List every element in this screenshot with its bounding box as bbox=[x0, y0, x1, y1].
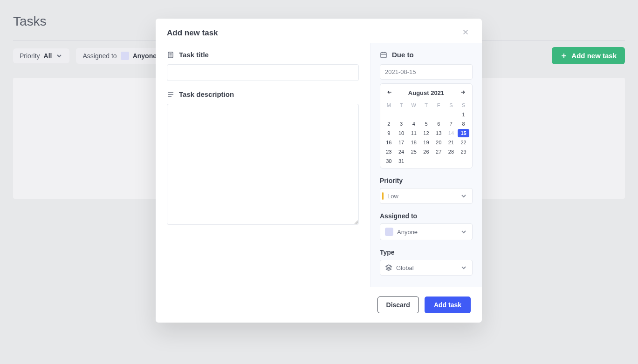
calendar-day[interactable]: 20 bbox=[433, 138, 445, 147]
calendar-day[interactable]: 13 bbox=[433, 129, 445, 137]
task-title-label-row: Task title bbox=[167, 51, 359, 59]
svg-rect-11 bbox=[381, 53, 386, 58]
avatar-icon bbox=[385, 228, 393, 236]
calendar-empty-cell bbox=[458, 157, 469, 165]
calendar-day[interactable]: 21 bbox=[446, 138, 457, 147]
calendar-empty-cell bbox=[433, 157, 445, 165]
calendar-day[interactable]: 26 bbox=[420, 148, 432, 156]
calendar-day[interactable]: 12 bbox=[420, 129, 432, 137]
calendar-day[interactable]: 23 bbox=[383, 148, 395, 156]
calendar-empty-cell bbox=[446, 157, 457, 165]
calendar-icon bbox=[380, 51, 387, 59]
calendar-day[interactable]: 29 bbox=[458, 148, 469, 156]
calendar-day[interactable]: 18 bbox=[408, 138, 419, 147]
calendar-day[interactable]: 24 bbox=[396, 148, 407, 156]
calendar-empty-cell bbox=[383, 110, 395, 119]
clipboard-icon bbox=[167, 51, 174, 59]
calendar-grid: MTWTFSS123456789101112131415161718192021… bbox=[383, 101, 469, 165]
priority-section-label: Priority bbox=[380, 177, 473, 184]
calendar-day[interactable]: 15 bbox=[458, 129, 469, 137]
assigned-value: Anyone bbox=[397, 229, 418, 236]
calendar-day[interactable]: 5 bbox=[420, 120, 432, 128]
calendar-day[interactable]: 17 bbox=[396, 138, 407, 147]
modal-right-column: Due to August 2021 bbox=[370, 43, 482, 287]
chevron-down-icon bbox=[460, 192, 467, 200]
calendar-day[interactable]: 16 bbox=[383, 138, 395, 147]
modal-left-column: Task title Task description bbox=[156, 43, 370, 287]
discard-button[interactable]: Discard bbox=[377, 297, 419, 313]
calendar-day[interactable]: 22 bbox=[458, 138, 469, 147]
calendar-empty-cell bbox=[433, 110, 445, 119]
add-task-modal: Add new task Task title bbox=[156, 19, 482, 323]
type-section-label: Type bbox=[380, 249, 473, 256]
calendar-day[interactable]: 10 bbox=[396, 129, 407, 137]
calendar-dow: W bbox=[408, 101, 419, 109]
priority-value: Low bbox=[387, 193, 398, 200]
calendar-day[interactable]: 3 bbox=[396, 120, 407, 128]
chevron-down-icon bbox=[460, 228, 467, 236]
calendar: August 2021 MTWTFSS123456789101112131415… bbox=[380, 83, 473, 169]
calendar-empty-cell bbox=[408, 110, 419, 119]
assigned-section-label: Assigned to bbox=[380, 212, 473, 220]
calendar-dow: T bbox=[396, 101, 407, 109]
modal-title: Add new task bbox=[167, 28, 218, 38]
add-task-label: Add task bbox=[434, 301, 461, 309]
calendar-day[interactable]: 25 bbox=[408, 148, 419, 156]
modal-overlay: Add new task Task title bbox=[0, 0, 638, 364]
due-date-input[interactable] bbox=[380, 64, 473, 80]
calendar-header: August 2021 bbox=[383, 88, 469, 101]
calendar-empty-cell bbox=[396, 110, 407, 119]
arrow-right-icon bbox=[460, 89, 466, 96]
calendar-empty-cell bbox=[420, 157, 432, 165]
calendar-month-label: August 2021 bbox=[408, 89, 444, 96]
priority-indicator bbox=[382, 192, 384, 200]
calendar-day[interactable]: 7 bbox=[446, 120, 457, 128]
calendar-empty-cell bbox=[420, 110, 432, 119]
description-icon bbox=[167, 91, 174, 98]
due-to-label: Due to bbox=[392, 51, 414, 59]
calendar-day[interactable]: 6 bbox=[433, 120, 445, 128]
calendar-prev-button[interactable] bbox=[386, 88, 393, 97]
task-title-input[interactable] bbox=[167, 64, 359, 81]
calendar-day[interactable]: 1 bbox=[458, 110, 469, 119]
calendar-dow: S bbox=[458, 101, 469, 109]
discard-label: Discard bbox=[386, 301, 410, 309]
task-description-input[interactable] bbox=[167, 104, 359, 225]
calendar-day[interactable]: 19 bbox=[420, 138, 432, 147]
add-task-button[interactable]: Add task bbox=[425, 297, 471, 313]
calendar-dow: M bbox=[383, 101, 395, 109]
modal-header: Add new task bbox=[156, 19, 482, 39]
calendar-empty-cell bbox=[446, 110, 457, 119]
calendar-next-button[interactable] bbox=[459, 88, 466, 97]
calendar-day[interactable]: 31 bbox=[396, 157, 407, 165]
close-button[interactable] bbox=[460, 27, 471, 39]
due-to-label-row: Due to bbox=[380, 51, 473, 59]
type-select[interactable]: Global bbox=[380, 260, 473, 276]
calendar-day[interactable]: 14 bbox=[446, 129, 457, 137]
priority-select[interactable]: Low bbox=[380, 188, 473, 204]
calendar-dow: S bbox=[446, 101, 457, 109]
calendar-day[interactable]: 8 bbox=[458, 120, 469, 128]
chevron-down-icon bbox=[460, 264, 467, 271]
assigned-select[interactable]: Anyone bbox=[380, 223, 473, 240]
arrow-left-icon bbox=[387, 89, 392, 96]
task-description-label: Task description bbox=[179, 90, 234, 98]
calendar-dow: F bbox=[433, 101, 445, 109]
calendar-day[interactable]: 2 bbox=[383, 120, 395, 128]
modal-footer: Discard Add task bbox=[156, 287, 482, 323]
task-description-label-row: Task description bbox=[167, 90, 359, 98]
svg-marker-17 bbox=[386, 265, 391, 268]
calendar-day[interactable]: 11 bbox=[408, 129, 419, 137]
layers-icon bbox=[385, 264, 392, 271]
calendar-day[interactable]: 30 bbox=[383, 157, 395, 165]
calendar-day[interactable]: 4 bbox=[408, 120, 419, 128]
calendar-empty-cell bbox=[408, 157, 419, 165]
close-icon bbox=[462, 28, 469, 37]
modal-body: Task title Task description bbox=[156, 43, 482, 287]
task-title-label: Task title bbox=[179, 51, 209, 59]
calendar-day[interactable]: 28 bbox=[446, 148, 457, 156]
calendar-day[interactable]: 9 bbox=[383, 129, 395, 137]
calendar-dow: T bbox=[420, 101, 432, 109]
type-value: Global bbox=[396, 264, 414, 271]
calendar-day[interactable]: 27 bbox=[433, 148, 445, 156]
